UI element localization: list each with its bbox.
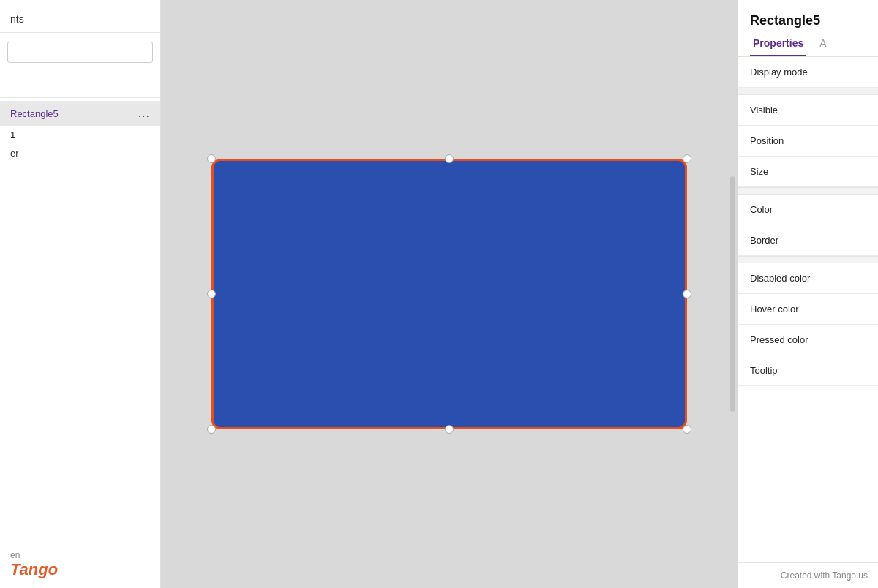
prop-group-divider-2 (738, 187, 878, 195)
handle-middle-right[interactable] (683, 290, 691, 298)
prop-position[interactable]: Position (738, 126, 878, 157)
prop-pressed-color[interactable]: Pressed color (738, 325, 878, 355)
sidebar-bottom-text: en (10, 550, 150, 560)
tab-advanced[interactable]: A (817, 31, 829, 56)
rectangle-shape[interactable] (211, 159, 687, 429)
prop-group-divider-3 (738, 256, 878, 263)
canvas-area (161, 0, 738, 588)
handle-bottom-right[interactable] (683, 425, 691, 434)
handle-top-right[interactable] (683, 154, 691, 163)
search-input[interactable] (7, 42, 153, 63)
prop-border[interactable]: Border (738, 225, 878, 256)
handle-bottom-center[interactable] (445, 425, 454, 434)
canvas-scrollbar[interactable] (730, 176, 735, 412)
prop-tooltip[interactable]: Tooltip (738, 355, 878, 386)
handle-bottom-left[interactable] (207, 425, 216, 434)
prop-hover-color[interactable]: Hover color (738, 294, 878, 325)
selected-item[interactable]: Rectangle5 ... (0, 101, 160, 126)
handle-top-left[interactable] (207, 154, 216, 163)
properties-panel: Rectangle5 Properties A Display mode Vis… (738, 0, 878, 588)
sidebar-header: nts (0, 0, 160, 33)
sidebar-row-1: 1 (0, 126, 160, 144)
handle-top-center[interactable] (445, 154, 454, 163)
sidebar-divider-1 (0, 72, 160, 72)
panel-title: Rectangle5 (738, 0, 878, 29)
left-sidebar: nts Rectangle5 ... 1 er en Tango (0, 0, 161, 588)
prop-color[interactable]: Color (738, 195, 878, 225)
prop-size[interactable]: Size (738, 157, 878, 187)
panel-bottom: Created with Tango.us (738, 562, 878, 588)
prop-display-mode[interactable]: Display mode (738, 57, 878, 88)
more-options-button[interactable]: ... (138, 107, 150, 120)
rectangle-selection-wrapper[interactable] (211, 159, 687, 429)
prop-visible[interactable]: Visible (738, 95, 878, 126)
sidebar-bottom: en Tango (0, 541, 160, 588)
tango-logo: Tango (10, 560, 150, 579)
selected-item-label: Rectangle5 (10, 108, 59, 119)
panel-tabs: Properties A (738, 31, 878, 57)
tab-properties[interactable]: Properties (750, 31, 806, 56)
sidebar-divider-2 (0, 97, 160, 98)
prop-group-divider-1 (738, 88, 878, 95)
prop-disabled-color[interactable]: Disabled color (738, 263, 878, 294)
panel-properties-list: Display mode Visible Position Size Color… (738, 57, 878, 562)
sidebar-row-2: er (0, 144, 160, 162)
handle-middle-left[interactable] (207, 290, 216, 298)
created-with-label: Created with Tango.us (748, 570, 868, 581)
